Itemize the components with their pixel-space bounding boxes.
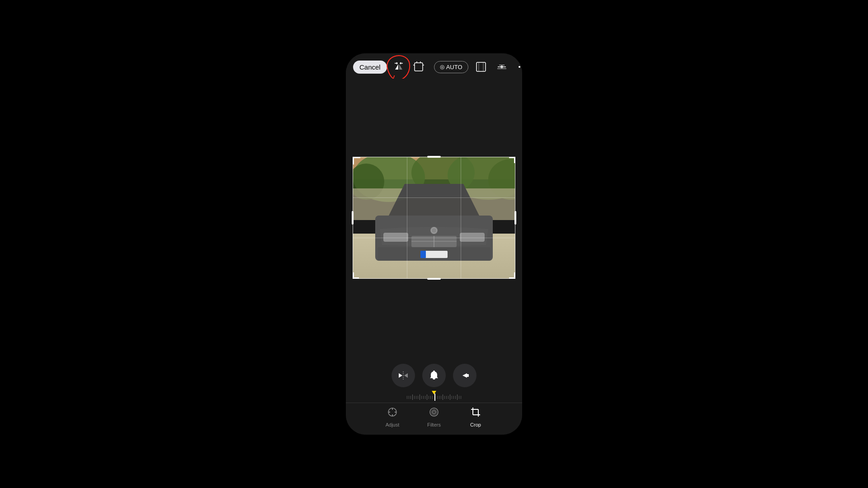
right-toolbar: ◎ AUTO — [430, 59, 522, 75]
aspect-ratio-icon[interactable] — [473, 59, 489, 75]
bottom-controls: Adjust Filters — [346, 357, 522, 435]
rotate-action-button[interactable] — [422, 364, 446, 387]
cancel-button[interactable]: Cancel — [353, 61, 387, 74]
svg-rect-30 — [383, 233, 408, 242]
flip-icon-button[interactable] — [391, 59, 407, 75]
ruler-slider[interactable] — [346, 391, 522, 403]
rotate-icon-button[interactable] — [410, 59, 427, 75]
svg-marker-1 — [399, 64, 402, 70]
svg-rect-4 — [415, 63, 423, 71]
svg-rect-9 — [476, 62, 486, 71]
top-bar: Cancel — [346, 53, 522, 79]
action-buttons-row — [346, 357, 522, 391]
svg-point-35 — [433, 371, 435, 372]
flip-horizontal-button[interactable] — [392, 364, 415, 387]
svg-rect-36 — [467, 374, 469, 377]
auto-button[interactable]: ◎ AUTO — [434, 61, 468, 73]
filters-icon — [429, 407, 439, 420]
ruler-ticks — [407, 394, 461, 401]
svg-rect-31 — [460, 233, 485, 242]
svg-rect-34 — [420, 251, 426, 258]
adjust-icon — [387, 407, 398, 420]
svg-point-43 — [433, 411, 435, 413]
svg-marker-0 — [395, 64, 398, 70]
tab-bar: Adjust Filters — [346, 403, 522, 435]
tab-crop[interactable]: Crop — [462, 407, 489, 427]
svg-point-13 — [519, 66, 520, 68]
auto-icon: ◎ — [440, 64, 444, 70]
undo-button[interactable] — [453, 364, 476, 387]
tab-adjust[interactable]: Adjust — [379, 407, 406, 427]
more-options-icon[interactable] — [514, 59, 522, 75]
crop-tab-label: Crop — [470, 422, 481, 427]
auto-label: AUTO — [446, 64, 462, 70]
ruler-center-marker — [432, 391, 436, 394]
crop-frame — [353, 157, 515, 279]
crop-icon — [470, 407, 481, 420]
horizon-icon[interactable] — [494, 59, 510, 75]
image-area — [346, 79, 522, 357]
photo-content — [353, 157, 515, 279]
phone-container: Cancel — [346, 53, 522, 435]
tab-filters[interactable]: Filters — [420, 407, 448, 427]
icon-toolbar — [387, 59, 430, 75]
adjust-tab-label: Adjust — [386, 422, 400, 427]
filters-tab-label: Filters — [427, 422, 441, 427]
svg-point-14 — [522, 66, 522, 68]
